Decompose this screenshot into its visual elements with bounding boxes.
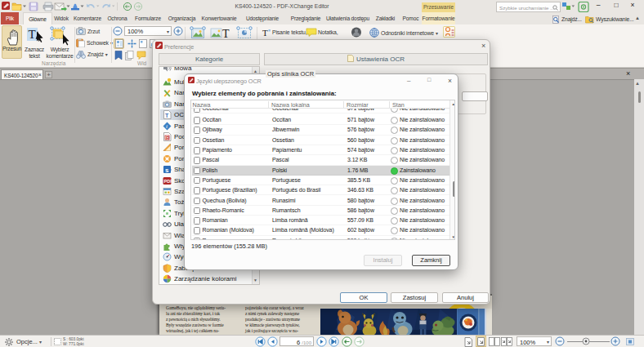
svg-text:T: T [165, 113, 169, 118]
svg-text:i: i [166, 123, 168, 130]
svg-text:T: T [29, 28, 36, 41]
svg-text:R: R [166, 135, 170, 140]
svg-text:s: s [165, 167, 169, 174]
svg-text:T: T [222, 28, 230, 40]
svg-text:PDF: PDF [164, 179, 172, 184]
svg-text:T: T [262, 28, 268, 37]
